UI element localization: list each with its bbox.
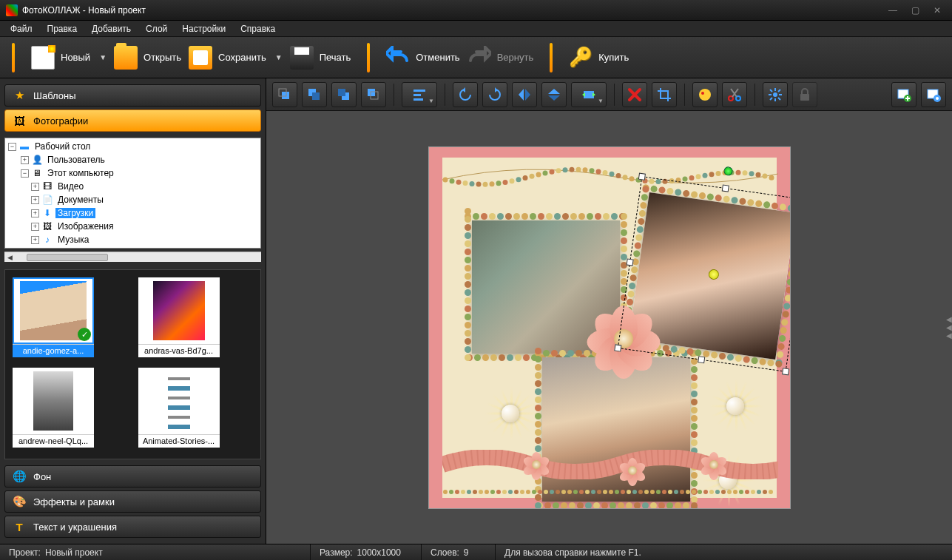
- settings-button[interactable]: [763, 82, 788, 107]
- menu-edit[interactable]: Правка: [41, 22, 84, 36]
- folder-tree[interactable]: − ▬ Рабочий стол + 👤 Пользователь − 🖥 Эт…: [4, 138, 261, 249]
- canvas-viewport[interactable]: /* beads generated below in JS */: [266, 111, 952, 544]
- thumb-caption: andras-vas-Bd7g...: [138, 344, 220, 357]
- lock-button[interactable]: [792, 82, 817, 107]
- page-settings-button[interactable]: [921, 82, 946, 107]
- accordion-templates[interactable]: ★ Шаблоны: [4, 84, 261, 107]
- svg-point-98: [544, 490, 548, 494]
- svg-point-101: [561, 490, 566, 494]
- file-thumb[interactable]: andras-vas-Bd7g...: [138, 277, 220, 357]
- tree-node-user[interactable]: + 👤 Пользователь: [7, 153, 259, 166]
- selection-box[interactable]: [617, 176, 790, 372]
- redo-icon: [467, 46, 491, 70]
- fit-button[interactable]: ▼: [571, 82, 607, 107]
- rotate-handle[interactable]: [723, 166, 733, 176]
- tree-node-documents[interactable]: + 📄 Документы: [7, 193, 259, 206]
- expand-icon[interactable]: +: [31, 236, 39, 244]
- photo-frame-3[interactable]: [542, 357, 690, 502]
- tree-node-pictures[interactable]: + 🖼 Изображения: [7, 220, 259, 233]
- tree-node-music[interactable]: + ♪ Музыка: [7, 233, 259, 246]
- menu-settings[interactable]: Настройки: [176, 22, 232, 36]
- small-flower[interactable]: [524, 452, 549, 477]
- tree-node-computer[interactable]: − 🖥 Этот компьютер: [7, 166, 259, 180]
- bring-front-button[interactable]: [272, 82, 297, 107]
- tree-node-desktop[interactable]: − ▬ Рабочий стол: [7, 140, 259, 153]
- bring-forward-button[interactable]: [302, 82, 327, 107]
- delete-button[interactable]: [622, 82, 647, 107]
- panel-collapse-grip[interactable]: ◀◀◀: [946, 306, 952, 350]
- close-button[interactable]: ✕: [928, 4, 946, 17]
- svg-point-136: [769, 490, 773, 494]
- center-handle[interactable]: [708, 268, 720, 280]
- redo-button[interactable]: Вернуть: [467, 46, 534, 70]
- svg-point-102: [567, 490, 572, 494]
- menu-help[interactable]: Справка: [234, 22, 281, 36]
- main-toolbar: Новый ▼ Открыть Сохранить ▼ Печать Отмен…: [0, 37, 952, 78]
- maximize-button[interactable]: ▢: [906, 4, 924, 17]
- cut-button[interactable]: [722, 82, 747, 107]
- flip-horizontal-button[interactable]: [512, 82, 537, 107]
- new-button[interactable]: Новый ▼: [31, 46, 107, 70]
- toolbar-separator: [367, 43, 370, 72]
- send-back-button[interactable]: [361, 82, 386, 107]
- add-image-button[interactable]: [891, 82, 916, 107]
- crop-button[interactable]: [652, 82, 677, 107]
- svg-point-95: [526, 490, 530, 494]
- accordion-text[interactable]: T Текст и украшения: [4, 516, 261, 538]
- pearl-ornament[interactable]: [709, 379, 762, 433]
- collapse-icon[interactable]: −: [21, 169, 29, 178]
- menu-add[interactable]: Добавить: [86, 22, 137, 36]
- align-button[interactable]: ▼: [402, 82, 437, 107]
- accordion-photos[interactable]: 🖼 Фотографии: [4, 109, 261, 132]
- file-thumb[interactable]: Animated-Stories-...: [138, 368, 220, 448]
- save-button[interactable]: Сохранить ▼: [189, 46, 283, 70]
- rotate-left-button[interactable]: [453, 82, 478, 107]
- buy-button[interactable]: Купить: [569, 46, 629, 70]
- collage-page[interactable]: /* beads generated below in JS */: [428, 146, 791, 509]
- svg-point-108: [603, 490, 607, 494]
- resize-handle[interactable]: [782, 368, 789, 375]
- color-button[interactable]: [692, 82, 718, 107]
- file-thumb[interactable]: ✓ andie-gomez-a...: [13, 277, 94, 357]
- svg-point-78: [755, 172, 760, 177]
- svg-point-40: [502, 180, 507, 185]
- open-button[interactable]: Открыть: [114, 46, 181, 70]
- expand-icon[interactable]: +: [21, 156, 29, 164]
- rotate-right-button[interactable]: [482, 82, 507, 107]
- scroll-left-icon[interactable]: ◀: [4, 253, 15, 262]
- send-backward-button[interactable]: [331, 82, 357, 107]
- print-button[interactable]: Печать: [290, 46, 351, 70]
- collapse-icon[interactable]: −: [8, 143, 16, 151]
- tree-horizontal-scrollbar[interactable]: ◀: [4, 252, 261, 262]
- accordion-background[interactable]: 🌐 Фон: [4, 465, 261, 488]
- resize-handle[interactable]: [626, 257, 633, 265]
- resize-handle[interactable]: [721, 184, 729, 192]
- svg-point-33: [456, 179, 461, 184]
- open-label: Открыть: [144, 52, 181, 63]
- accordion-effects[interactable]: 🎨 Эффекты и рамки: [4, 490, 261, 513]
- resize-handle[interactable]: [698, 356, 705, 363]
- small-flower[interactable]: [701, 452, 726, 477]
- buy-label: Купить: [598, 52, 629, 63]
- expand-icon[interactable]: +: [31, 209, 39, 217]
- flip-vertical-button[interactable]: [541, 82, 567, 107]
- undo-button[interactable]: Отменить: [386, 46, 459, 70]
- pearl-ornament[interactable]: [484, 387, 537, 440]
- svg-point-12: [699, 89, 711, 101]
- resize-handle[interactable]: [638, 172, 645, 180]
- menu-file[interactable]: Файл: [4, 22, 38, 36]
- tree-node-video[interactable]: + 🎞 Видео: [7, 180, 259, 193]
- palette-icon: 🎨: [13, 495, 26, 508]
- menu-layer[interactable]: Слой: [140, 22, 173, 36]
- expand-icon[interactable]: +: [31, 183, 39, 191]
- expand-icon[interactable]: +: [31, 196, 39, 204]
- file-thumb[interactable]: andrew-neel-QLq...: [13, 368, 94, 448]
- small-flower[interactable]: [620, 458, 645, 483]
- status-size: Размер: 1000x1000: [311, 544, 422, 560]
- tree-node-downloads[interactable]: + ⬇ Загрузки: [7, 206, 259, 220]
- resize-handle[interactable]: [614, 344, 621, 351]
- expand-icon[interactable]: +: [31, 223, 39, 231]
- scrollbar-thumb[interactable]: [27, 254, 108, 261]
- svg-point-32: [449, 178, 454, 183]
- minimize-button[interactable]: —: [884, 4, 902, 17]
